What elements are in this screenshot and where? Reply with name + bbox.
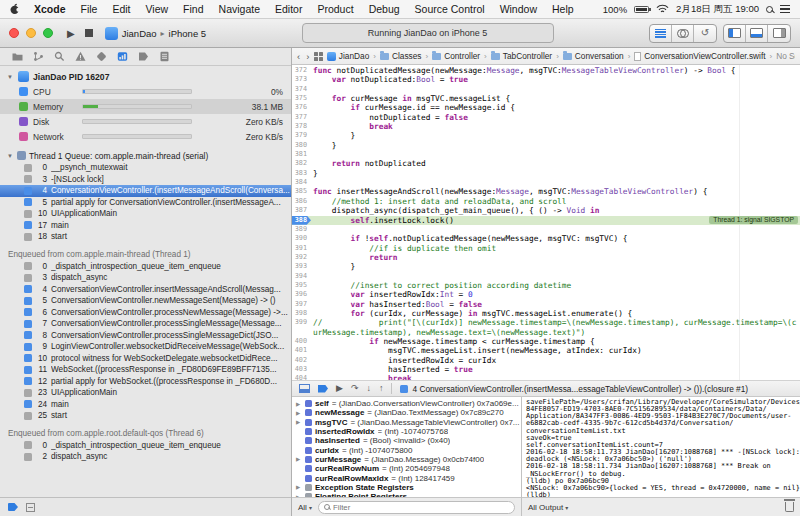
- toggle-debug-area-button[interactable]: [746, 25, 768, 42]
- variable-row[interactable]: hasInserted = (Bool) <invalid> (0x40): [292, 436, 521, 445]
- forward-button[interactable]: ›: [306, 51, 309, 62]
- gauge-network[interactable]: Network Zero KB/s: [0, 129, 291, 144]
- menu-file[interactable]: File: [81, 3, 98, 15]
- menu-window[interactable]: Window: [500, 3, 537, 15]
- disclosure-triangle[interactable]: ▶: [296, 401, 302, 407]
- breakpoint-filter-icon[interactable]: [8, 503, 18, 511]
- breakpoint-navigator-icon[interactable]: [138, 51, 149, 62]
- code-line[interactable]: 398 for (curIdx, curMessage) in msgTVC.m…: [292, 309, 800, 318]
- stack-frame[interactable]: 3 dispatch_async: [0, 272, 291, 284]
- disclosure-triangle[interactable]: ▼: [7, 74, 14, 80]
- stack-frame[interactable]: 18 start: [0, 231, 291, 243]
- stack-frame[interactable]: 10 UIApplicationMain: [0, 208, 291, 220]
- code-line[interactable]: 397 var hasInserted:Bool = false​: [292, 300, 800, 309]
- stack-frame[interactable]: 5 ConversationViewController.newMessageS…: [0, 295, 291, 307]
- disclosure-triangle[interactable]: ▶: [296, 456, 302, 462]
- variable-row[interactable]: ▶ self = (JianDao.ConversationViewContro…: [292, 399, 521, 408]
- continue-icon[interactable]: ▶: [336, 384, 343, 393]
- code-line[interactable]: 401 msgTVC.messageList.insert(newMessage…: [292, 346, 800, 355]
- variable-row[interactable]: insertedRowIdx = (Int) -1074075768: [292, 427, 521, 436]
- variable-row[interactable]: ▶ newMessage = (JianDao.TextMessage) 0x7…: [292, 408, 521, 417]
- back-button[interactable]: ‹: [297, 51, 300, 62]
- code-line[interactable]: 380 }​: [292, 141, 800, 150]
- code-line[interactable]: 377 notDuplicated = false​: [292, 113, 800, 122]
- menu-navigate[interactable]: Navigate: [219, 3, 260, 15]
- debug-navigator-icon[interactable]: [117, 51, 128, 62]
- code-line[interactable]: 373 var notDuplicated:Bool = true​: [292, 75, 800, 84]
- find-navigator-icon[interactable]: [54, 51, 65, 62]
- close-button[interactable]: [9, 28, 19, 38]
- code-line[interactable]: 404 break​: [292, 374, 800, 380]
- notification-center-icon[interactable]: [780, 5, 790, 13]
- apple-menu-icon[interactable]: [10, 3, 20, 15]
- stack-frame[interactable]: 9 LoginViewController.websocketDidReceiv…: [0, 341, 291, 353]
- code-line[interactable]: 387 dispatch_async(dispatch_get_main_que…: [292, 206, 800, 215]
- stack-frame[interactable]: 25 start: [0, 410, 291, 422]
- disclosure-triangle[interactable]: ▶: [296, 419, 302, 425]
- report-navigator-icon[interactable]: [159, 51, 170, 62]
- console-scope-popup[interactable]: All Output ▾: [528, 503, 568, 512]
- variable-row[interactable]: curIdx = (Int) -1074075800: [292, 445, 521, 454]
- breadcrumb-item[interactable]: Controller: [432, 51, 480, 61]
- stack-frame[interactable]: 7 ConversationViewController.processSing…: [0, 318, 291, 330]
- stack-frame[interactable]: 0 _dispatch_introspection_queue_item_enq…: [0, 440, 291, 452]
- thread-header[interactable]: ▼Thread 1 Queue: com.apple.main-thread (…: [0, 149, 291, 162]
- thread-stop-badge[interactable]: Thread 1: signal SIGSTOP: [709, 216, 798, 224]
- menu-xcode[interactable]: Xcode: [34, 3, 66, 15]
- process-row[interactable]: ▼ JianDao PID 16207: [0, 69, 291, 84]
- version-editor-button[interactable]: ↺: [694, 25, 716, 42]
- menu-edit[interactable]: Edit: [112, 3, 130, 15]
- issue-navigator-icon[interactable]: [75, 51, 86, 62]
- code-line[interactable]: 384 ​: [292, 178, 800, 187]
- code-line[interactable]: 402 insertedRowIdx = curIdx​: [292, 356, 800, 365]
- stop-button[interactable]: [85, 29, 93, 37]
- code-line[interactable]: 396 var insertedRowIdx:Int = 0​: [292, 290, 800, 299]
- code-line[interactable]: 388 self.insertLock.lock()​ Thread 1: si…: [292, 216, 800, 225]
- breakpoints-toggle-icon[interactable]: [318, 385, 328, 393]
- code-line[interactable]: 382 return notDuplicated​: [292, 159, 800, 168]
- variable-row[interactable]: ▶ curMessage = (JianDao.Message) 0x0cb74…: [292, 455, 521, 464]
- clear-console-icon[interactable]: [785, 502, 794, 512]
- hide-debug-area-icon[interactable]: [299, 384, 310, 393]
- stack-frame[interactable]: 24 main: [0, 399, 291, 411]
- stack-frame[interactable]: 6 ConversationViewController.processNewM…: [0, 307, 291, 319]
- variable-row[interactable]: curRealRowMaxIdx = (Int) 128417459: [292, 473, 521, 482]
- stack-frame[interactable]: 4 ConversationViewController.(insertMess…: [0, 185, 291, 197]
- stack-frame[interactable]: 5 partial apply for ConversationViewCont…: [0, 197, 291, 209]
- step-out-icon[interactable]: ↑: [379, 384, 384, 393]
- breadcrumb-item[interactable]: ConversationViewController.swift: [634, 51, 765, 61]
- code-line[interactable]: 389 ​: [292, 225, 800, 234]
- stack-frame[interactable]: 4 ConversationViewController.insertMessa…: [0, 284, 291, 296]
- variable-row[interactable]: ▶ Exception State Registers: [292, 483, 521, 492]
- disclosure-triangle[interactable]: ▶: [296, 410, 302, 416]
- variables-filter-field[interactable]: [318, 501, 515, 514]
- step-into-icon[interactable]: ↓: [366, 384, 371, 393]
- code-line[interactable]: 385 func insertMessageAndScroll(newMessa…: [292, 187, 800, 196]
- code-line[interactable]: 386 //method 1: insert data and reloadDa…: [292, 197, 800, 206]
- variable-row[interactable]: curRealRowNum = (Int) 2054697948: [292, 464, 521, 473]
- breadcrumb-item[interactable]: TabController: [491, 51, 552, 61]
- gauge-disk[interactable]: Disk Zero KB/s: [0, 114, 291, 129]
- instruction-pointer[interactable]: 388: [292, 216, 311, 225]
- stack-frame[interactable]: 17 main: [0, 220, 291, 232]
- stack-frame[interactable]: 12 partial apply for WebSocket.((process…: [0, 376, 291, 388]
- test-navigator-icon[interactable]: [96, 51, 107, 62]
- stack-frame[interactable]: 2 dispatch_async: [0, 451, 291, 463]
- source-control-navigator-icon[interactable]: [33, 51, 44, 62]
- breadcrumb-item[interactable]: No Selection: [776, 51, 795, 61]
- code-line[interactable]: 394 ​: [292, 272, 800, 281]
- menubar-clock[interactable]: 2月18日 周五 19:00: [676, 3, 759, 16]
- menu-source-control[interactable]: Source Control: [415, 3, 485, 15]
- stack-frame[interactable]: 3 -[NSLock lock]: [0, 174, 291, 186]
- step-over-icon[interactable]: ↷: [351, 384, 359, 393]
- wifi-icon[interactable]: [656, 4, 669, 14]
- menu-debug[interactable]: Debug: [369, 3, 400, 15]
- gauge-memory[interactable]: Memory 38.1 MB: [0, 99, 291, 114]
- menu-product[interactable]: Product: [317, 3, 353, 15]
- menu-help[interactable]: Help: [552, 3, 574, 15]
- code-line[interactable]: 374 ​: [292, 85, 800, 94]
- code-line[interactable]: 381 ​: [292, 150, 800, 159]
- source-editor[interactable]: 372 func notDuplicatedMessage(newMessage…: [292, 65, 800, 380]
- debug-bar-frame-crumb[interactable]: 4 ConversationViewController.(insertMess…: [400, 384, 748, 394]
- breadcrumb-item[interactable]: JianDao: [327, 51, 369, 61]
